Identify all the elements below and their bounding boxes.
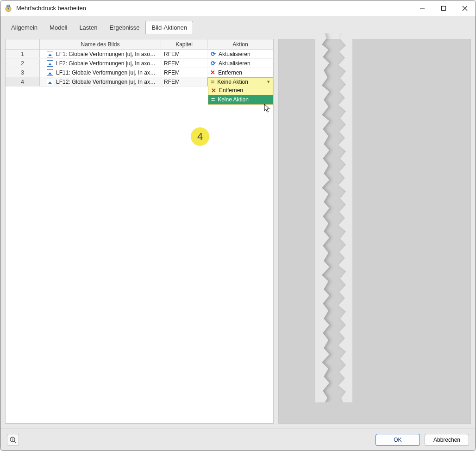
content-area: Allgemein Modell Lasten Ergebnisse Bild-…	[0, 16, 476, 428]
row-name: LF12: Globale Verformungen |u|, In ax…	[40, 77, 161, 86]
window-controls	[412, 0, 476, 16]
row-number: 1	[6, 50, 40, 58]
image-icon	[47, 51, 53, 57]
annotation-marker-label: 4	[197, 131, 203, 143]
image-icon	[47, 60, 53, 67]
help-button[interactable]: ?	[7, 434, 19, 446]
tab-bar: Allgemein Modell Lasten Ergebnisse Bild-…	[0, 16, 476, 34]
row-action-label: Aktualisieren	[219, 51, 251, 57]
svg-text:?: ?	[12, 438, 13, 441]
cancel-button[interactable]: Abbrechen	[425, 434, 469, 446]
body-split: Name des Bilds Kapitel Aktion 1 LF1: Glo…	[0, 34, 476, 428]
grid-body: 1 LF1: Globale Verformungen |u|, In axo……	[6, 50, 273, 423]
tab-lasten[interactable]: Lasten	[73, 21, 103, 34]
row-name: LF2: Globale Verformungen |u|, In axo…	[40, 59, 161, 68]
table-row[interactable]: 4 LF12: Globale Verformungen |u|, In ax……	[6, 77, 273, 87]
row-name: LF1: Globale Verformungen |u|, In axo…	[40, 50, 161, 58]
app-icon	[4, 4, 13, 13]
row-name-text: LF1: Globale Verformungen |u|, In axo…	[56, 51, 156, 57]
row-name: LF11: Globale Verformungen |u|, In ax…	[40, 68, 161, 77]
close-button[interactable]	[454, 0, 476, 16]
row-name-text: LF11: Globale Verformungen |u|, In ax…	[56, 69, 156, 76]
svg-line-8	[14, 441, 16, 443]
table-row[interactable]: 2 LF2: Globale Verformungen |u|, In axo……	[6, 59, 273, 68]
dropdown-option-keine-aktion[interactable]: = Keine Aktion	[208, 95, 273, 104]
grid-header: Name des Bilds Kapitel Aktion	[6, 39, 273, 50]
preview-panel	[278, 39, 471, 424]
no-action-icon: =	[211, 96, 215, 103]
row-action-dropdown[interactable]: = Keine Aktion ▾ ✕ Entfernen =	[207, 77, 273, 86]
remove-icon: ✕	[210, 69, 215, 75]
titlebar: Mehrfachdruck bearbeiten	[0, 0, 476, 16]
row-action[interactable]: ⟳ Aktualisieren	[207, 59, 273, 68]
cancel-button-label: Abbrechen	[433, 437, 460, 443]
action-dropdown[interactable]: = Keine Aktion ▾ ✕ Entfernen =	[207, 77, 273, 86]
minimize-button[interactable]	[412, 0, 433, 16]
tab-modell[interactable]: Modell	[44, 21, 73, 34]
table-row[interactable]: 1 LF1: Globale Verformungen |u|, In axo……	[6, 50, 273, 59]
dropdown-list: ✕ Entfernen = Keine Aktion	[208, 86, 273, 105]
refresh-icon: ⟳	[210, 61, 216, 66]
row-number: 2	[6, 59, 40, 68]
dialog-window: Mehrfachdruck bearbeiten Allgemein Model…	[0, 0, 476, 451]
window-title: Mehrfachdruck bearbeiten	[16, 5, 86, 12]
chevron-down-icon: ▾	[264, 79, 273, 85]
grid-panel: Name des Bilds Kapitel Aktion 1 LF1: Glo…	[5, 39, 274, 424]
svg-rect-4	[442, 6, 446, 10]
row-number: 3	[6, 68, 40, 77]
row-name-text: LF2: Globale Verformungen |u|, In axo…	[56, 60, 156, 67]
dropdown-option-label: Keine Aktion	[218, 96, 249, 103]
header-name: Name des Bilds	[40, 39, 161, 49]
tab-bild-aktionen[interactable]: Bild-Aktionen	[145, 21, 193, 34]
image-icon	[47, 69, 53, 76]
svg-point-2	[7, 8, 9, 9]
dropdown-option-entfernen[interactable]: ✕ Entfernen	[208, 86, 273, 95]
row-number: 4	[6, 77, 40, 86]
annotation-marker: 4	[191, 127, 209, 146]
dropdown-option-label: Entfernen	[219, 87, 243, 94]
image-icon	[47, 79, 53, 85]
tab-ergebnisse[interactable]: Ergebnisse	[103, 21, 145, 34]
dropdown-selected: Keine Aktion	[217, 79, 248, 85]
header-aktion: Aktion	[207, 39, 273, 49]
tab-allgemein[interactable]: Allgemein	[5, 21, 44, 34]
row-kapitel: RFEM	[161, 50, 207, 58]
row-name-text: LF12: Globale Verformungen |u|, In ax…	[56, 79, 156, 85]
row-kapitel: RFEM	[161, 77, 207, 86]
refresh-icon: ⟳	[210, 51, 216, 57]
ok-button-label: OK	[394, 437, 401, 443]
row-action[interactable]: ✕ Entfernen	[207, 68, 273, 77]
row-action[interactable]: ⟳ Aktualisieren	[207, 50, 273, 58]
row-kapitel: RFEM	[161, 59, 207, 68]
ok-button[interactable]: OK	[376, 434, 420, 446]
remove-icon: ✕	[211, 88, 216, 94]
row-kapitel: RFEM	[161, 68, 207, 77]
dialog-footer: ? OK Abbrechen	[0, 428, 476, 451]
no-action-icon: =	[211, 79, 214, 85]
maximize-button[interactable]	[433, 0, 454, 16]
header-kapitel: Kapitel	[161, 39, 207, 49]
row-action-label: Entfernen	[218, 69, 242, 76]
row-action-label: Aktualisieren	[219, 60, 251, 67]
header-rownum	[6, 39, 40, 49]
table-row[interactable]: 3 LF11: Globale Verformungen |u|, In ax……	[6, 68, 273, 77]
